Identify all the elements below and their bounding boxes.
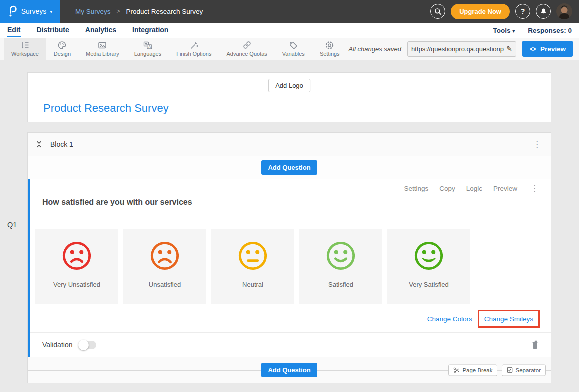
tab-edit[interactable]: Edit — [7, 24, 21, 37]
question-actions: Settings Copy Logic Preview ⋮ — [30, 184, 551, 193]
eye-icon — [530, 46, 537, 52]
product-switcher[interactable]: Surveys ▾ — [0, 0, 60, 23]
delete-question-trash-icon[interactable] — [532, 340, 539, 349]
notifications-button[interactable] — [536, 4, 551, 19]
survey-header-card: Add Logo Product Research Survey — [28, 72, 552, 122]
breadcrumb-current-survey: Product Research Survey — [126, 8, 204, 15]
chain-links-icon — [242, 41, 252, 50]
languages-icon: A — [143, 41, 153, 50]
tag-icon — [289, 41, 298, 50]
breadcrumb: My Surveys > Product Research Survey — [76, 8, 203, 15]
smiley-option-unsatisfied[interactable]: Unsatisfied — [124, 229, 206, 304]
magic-wand-icon — [190, 41, 199, 50]
question-preview-link[interactable]: Preview — [494, 185, 518, 192]
toolbar-item-languages[interactable]: A Languages — [127, 38, 169, 60]
very-satisfied-smiley-icon — [414, 240, 444, 271]
add-question-button-bottom[interactable]: Add Question — [262, 363, 317, 377]
tab-analytics[interactable]: Analytics — [85, 24, 117, 37]
svg-text:A: A — [148, 45, 151, 48]
change-smileys-link[interactable]: Change Smileys — [484, 315, 534, 323]
chevron-down-icon: ▾ — [512, 28, 515, 34]
smiley-label: Neutral — [242, 281, 264, 288]
toolbar-item-advance-quotas[interactable]: Advance Quotas — [219, 38, 274, 60]
media-library-icon — [98, 41, 108, 50]
smiley-option-very-satisfied[interactable]: Very Satisfied — [388, 229, 470, 304]
add-question-row-top: Add Question — [28, 156, 551, 179]
question-text[interactable]: How satisfied are you with our services — [42, 198, 192, 206]
responses-count[interactable]: Responses: 0 — [528, 27, 572, 34]
chevron-down-icon: ▾ — [50, 9, 52, 14]
scissors-icon — [454, 367, 460, 373]
question-settings-link[interactable]: Settings — [404, 185, 428, 192]
block-footer: Add Question Page Break — [28, 357, 551, 383]
block-menu-dots-icon[interactable]: ⋮ — [531, 140, 544, 149]
change-smileys-highlight-box: Change Smileys — [478, 310, 540, 328]
footer-right-buttons: Page Break Separator — [448, 364, 546, 376]
validation-toggle[interactable] — [80, 341, 96, 349]
block-card: Block 1 ⋮ Add Question Settings Copy Log… — [28, 132, 552, 383]
gear-icon — [325, 41, 334, 50]
nav-tabs: Edit Distribute Analytics Integration — [7, 24, 169, 37]
breadcrumb-my-surveys[interactable]: My Surveys — [76, 8, 111, 15]
change-colors-link[interactable]: Change Colors — [428, 315, 472, 323]
survey-url-box: ✎ — [408, 41, 516, 57]
smiley-option-satisfied[interactable]: Satisfied — [300, 229, 382, 304]
toolbar-item-workspace[interactable]: Workspace — [4, 38, 46, 60]
checkbox-checked-icon — [507, 367, 513, 373]
smiley-scale: Very Unsatisfied Unsatisfied — [36, 229, 551, 304]
question-copy-link[interactable]: Copy — [440, 185, 456, 192]
question-menu-dots-icon[interactable]: ⋮ — [528, 184, 541, 193]
question-logic-link[interactable]: Logic — [466, 185, 482, 192]
question-text-field[interactable]: How satisfied are you with our services — [42, 198, 538, 214]
add-logo-button[interactable]: Add Logo — [268, 79, 310, 92]
search-button[interactable] — [430, 4, 446, 19]
tab-integration[interactable]: Integration — [132, 24, 169, 37]
smiley-settings-links: Change Colors Change Smileys — [30, 310, 551, 328]
user-avatar[interactable] — [556, 3, 572, 19]
question-number-label: Q1 — [8, 221, 17, 229]
question-card: Settings Copy Logic Preview ⋮ How satisf… — [28, 179, 551, 357]
satisfied-smiley-icon — [326, 240, 356, 271]
survey-title[interactable]: Product Research Survey — [44, 102, 169, 115]
survey-editor-canvas: Q1 Add Logo Product Research Survey Bloc… — [0, 72, 579, 392]
toolbar-item-finish-options[interactable]: Finish Options — [169, 38, 219, 60]
add-question-button-top[interactable]: Add Question — [262, 160, 317, 175]
edit-url-icon[interactable]: ✎ — [506, 45, 512, 53]
block-header: Block 1 ⋮ — [28, 133, 551, 156]
tab-distribute[interactable]: Distribute — [36, 24, 70, 37]
smiley-label: Satisfied — [328, 281, 354, 288]
toolbar-item-settings[interactable]: Settings — [312, 38, 348, 60]
bell-icon — [540, 8, 548, 15]
breadcrumb-separator: > — [117, 8, 120, 15]
toolbar-item-variables[interactable]: Variables — [275, 38, 312, 60]
toolbar-item-media-library[interactable]: Media Library — [78, 38, 127, 60]
smiley-option-neutral[interactable]: Neutral — [212, 229, 294, 304]
section-nav: Edit Distribute Analytics Integration To… — [0, 23, 579, 38]
top-bar: Surveys ▾ My Surveys > Product Research … — [0, 0, 579, 23]
save-status: All changes saved — [348, 45, 402, 53]
collapse-block-icon[interactable] — [36, 140, 43, 148]
toolbar-right: All changes saved ✎ Preview — [348, 38, 579, 60]
help-button[interactable]: ? — [516, 4, 530, 19]
upgrade-now-button[interactable]: Upgrade Now — [451, 4, 510, 19]
smiley-label: Very Satisfied — [409, 281, 449, 288]
toolbar-item-design[interactable]: Design — [46, 38, 78, 60]
unsatisfied-smiley-icon — [150, 240, 180, 271]
separator-button[interactable]: Separator — [502, 364, 546, 376]
search-icon — [434, 8, 442, 15]
topbar-actions: Upgrade Now ? — [430, 3, 579, 19]
block-title[interactable]: Block 1 — [50, 140, 74, 148]
editor-toolbar: Workspace Design Media Library A Languag… — [0, 38, 579, 60]
survey-url-input[interactable] — [412, 45, 504, 53]
nav-right: Tools ▾ Responses: 0 — [493, 27, 572, 34]
page-break-button[interactable]: Page Break — [448, 364, 498, 376]
workspace-icon — [20, 41, 30, 50]
tools-menu[interactable]: Tools ▾ — [493, 27, 515, 34]
questionpro-logo-icon — [8, 5, 18, 17]
validation-row: Validation — [30, 332, 551, 357]
neutral-smiley-icon — [238, 240, 268, 271]
smiley-option-very-unsatisfied[interactable]: Very Unsatisfied — [36, 229, 118, 304]
preview-button[interactable]: Preview — [522, 41, 573, 57]
design-palette-icon — [58, 41, 67, 50]
very-unsatisfied-smiley-icon — [62, 240, 92, 271]
